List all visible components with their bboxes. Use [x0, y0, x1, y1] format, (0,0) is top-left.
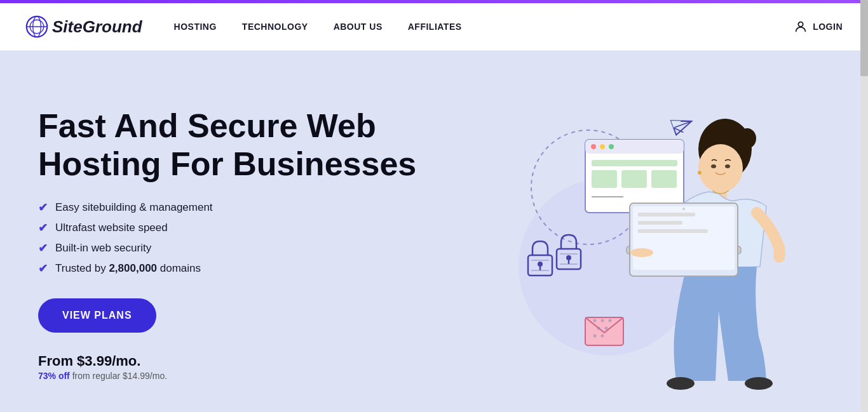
scrollbar[interactable]: [860, 0, 868, 412]
price-section: From $3.99/mo. 73% off from regular $14.…: [38, 353, 432, 381]
svg-point-27: [566, 255, 571, 260]
svg-rect-15: [651, 170, 677, 188]
view-plans-button[interactable]: VIEW PLANS: [38, 298, 156, 333]
svg-point-38: [601, 335, 604, 338]
svg-rect-50: [638, 221, 682, 225]
login-button[interactable]: LOGIN: [794, 20, 843, 34]
feature-2: ✔ Ultrafast website speed: [38, 221, 432, 235]
logo[interactable]: SiteGround: [25, 15, 142, 38]
svg-point-4: [798, 22, 803, 27]
svg-point-42: [698, 144, 743, 192]
svg-point-22: [538, 262, 543, 267]
price-regular: from regular $14.99/mo.: [70, 371, 167, 381]
svg-point-52: [682, 208, 685, 210]
svg-point-32: [593, 319, 597, 322]
hero-features-list: ✔ Easy sitebuilding & management ✔ Ultra…: [38, 201, 432, 276]
svg-rect-51: [638, 229, 708, 233]
check-icon-3: ✔: [38, 241, 48, 255]
svg-point-44: [667, 377, 695, 390]
price-sub: 73% off from regular $14.99/mo.: [38, 371, 432, 381]
svg-point-56: [725, 164, 730, 168]
svg-rect-49: [638, 213, 695, 216]
hero-content: Fast And Secure Web Hosting For Business…: [38, 107, 432, 382]
check-icon-2: ✔: [38, 221, 48, 235]
nav-link-affiliates[interactable]: AFFILIATES: [408, 22, 462, 32]
svg-point-35: [597, 327, 600, 330]
svg-point-41: [738, 128, 756, 149]
trusted-count: 2,800,000: [109, 262, 157, 274]
nav-link-about-us[interactable]: ABOUT US: [334, 22, 383, 32]
check-icon-4: ✔: [38, 262, 48, 276]
svg-rect-12: [592, 160, 677, 166]
svg-point-34: [609, 319, 612, 322]
svg-point-37: [593, 335, 597, 338]
hero-section: Fast And Secure Web Hosting For Business…: [0, 51, 868, 412]
logo-icon: [25, 15, 48, 38]
feature-3: ✔ Built-in web security: [38, 241, 432, 255]
svg-point-53: [630, 248, 653, 257]
svg-point-10: [600, 144, 605, 149]
nav-links: HOSTING TECHNOLOGY ABOUT US AFFILIATES: [174, 22, 794, 32]
svg-point-54: [698, 171, 702, 175]
svg-point-11: [609, 144, 614, 149]
nav-link-hosting[interactable]: HOSTING: [174, 22, 217, 32]
svg-point-9: [591, 144, 596, 149]
price-discount: 73% off: [38, 371, 70, 381]
svg-point-33: [601, 319, 604, 322]
logo-text: SiteGround: [52, 17, 142, 37]
svg-rect-13: [592, 170, 617, 188]
price-main: From $3.99/mo.: [38, 353, 432, 369]
feature-1: ✔ Easy sitebuilding & management: [38, 201, 432, 215]
login-label: LOGIN: [813, 22, 843, 32]
hero-illustration: [404, 70, 836, 406]
svg-point-55: [711, 164, 716, 168]
nav-link-technology[interactable]: TECHNOLOGY: [242, 22, 308, 32]
check-icon-1: ✔: [38, 201, 48, 215]
hero-title: Fast And Secure Web Hosting For Business…: [38, 107, 432, 183]
scrollbar-thumb[interactable]: [860, 0, 868, 76]
svg-point-36: [605, 327, 608, 330]
hero-illustration-area: [432, 76, 830, 412]
user-icon: [794, 20, 808, 34]
navbar: SiteGround HOSTING TECHNOLOGY ABOUT US A…: [0, 3, 868, 51]
svg-point-45: [745, 377, 773, 390]
feature-4: ✔ Trusted by 2,800,000 domains: [38, 262, 432, 276]
svg-rect-14: [621, 170, 647, 188]
